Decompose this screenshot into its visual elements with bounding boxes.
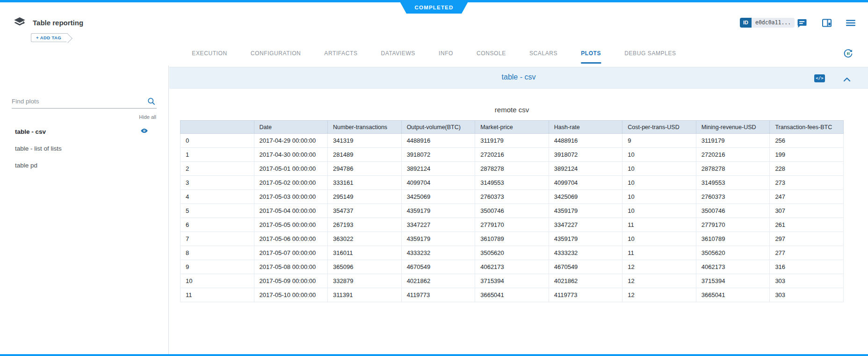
- table-cell: 2017-05-05 00:00:00: [254, 218, 328, 232]
- auto-refresh-icon[interactable]: [843, 48, 854, 59]
- table-cell: 332879: [328, 274, 402, 288]
- table-cell: 2017-05-04 00:00:00: [254, 204, 328, 218]
- tab-debug-samples[interactable]: DEBUG SAMPLES: [624, 44, 676, 64]
- tab-dataviews[interactable]: DATAVIEWS: [381, 44, 415, 64]
- plot-item-label: table - csv: [15, 128, 46, 135]
- table-cell: 10: [622, 190, 696, 204]
- table-cell: 2779170: [696, 218, 770, 232]
- table-cell: 2760373: [475, 190, 549, 204]
- table-cell: 2017-05-01 00:00:00: [254, 162, 328, 176]
- table-column-header: Mining-revenue-USD: [696, 121, 770, 134]
- search-icon[interactable]: [147, 97, 156, 106]
- tab-execution[interactable]: EXECUTION: [192, 44, 227, 64]
- table-cell: 4488916: [549, 134, 622, 148]
- table-cell: 3918072: [401, 148, 475, 162]
- tab-configuration[interactable]: CONFIGURATION: [251, 44, 301, 64]
- table-cell: 4062173: [475, 260, 549, 274]
- table-cell: 303: [770, 274, 844, 288]
- tab-artifacts[interactable]: ARTIFACTS: [324, 44, 357, 64]
- table-cell: 2017-05-07 00:00:00: [254, 246, 328, 260]
- table-cell: 316011: [328, 246, 402, 260]
- table-cell: 4488916: [401, 134, 475, 148]
- table-row: 02017-04-29 00:00:0034131944889163119179…: [181, 134, 844, 148]
- table-cell: 12: [622, 288, 696, 302]
- table-cell: 365096: [328, 260, 402, 274]
- tab-scalars[interactable]: SCALARS: [529, 44, 557, 64]
- menu-icon[interactable]: [845, 17, 856, 29]
- table-cell: 10: [181, 274, 254, 288]
- table-cell: 4119773: [549, 288, 622, 302]
- table-cell: 267193: [328, 218, 402, 232]
- table-column-header: Date: [254, 121, 328, 134]
- table-column-header: Output-volume(BTC): [401, 121, 475, 134]
- table-cell: 281489: [328, 148, 402, 162]
- table-cell: 311391: [328, 288, 402, 302]
- table-cell: 10: [622, 176, 696, 190]
- table-cell: 228: [770, 162, 844, 176]
- id-value: e0dc0a11...: [752, 18, 795, 28]
- table-row: 22017-05-01 00:00:0029478638921242878278…: [181, 162, 844, 176]
- table-cell: 4: [181, 190, 254, 204]
- table-cell: 4359179: [401, 232, 475, 246]
- table-cell: 3149553: [696, 176, 770, 190]
- table-cell: 9: [181, 260, 254, 274]
- table-cell: 2017-05-08 00:00:00: [254, 260, 328, 274]
- table-cell: 4670549: [549, 260, 622, 274]
- table-cell: 273: [770, 176, 844, 190]
- table-row: 112017-05-10 00:00:003113914119773366504…: [181, 288, 844, 302]
- find-plots-field: [12, 95, 157, 109]
- table-cell: 12: [622, 260, 696, 274]
- find-plots-input[interactable]: [12, 95, 142, 107]
- table-row: 32017-05-02 00:00:0033316140997043149553…: [181, 176, 844, 190]
- plot-list-item[interactable]: table - list of lists: [12, 140, 148, 157]
- table-cell: 2017-05-10 00:00:00: [254, 288, 328, 302]
- embed-code-icon[interactable]: </>: [814, 74, 825, 82]
- table-cell: 3119179: [475, 134, 549, 148]
- app-window: COMPLETED Table reporting + ADD TAG ID e…: [0, 0, 868, 356]
- table-cell: 3505620: [475, 246, 549, 260]
- table-cell: 354737: [328, 204, 402, 218]
- table-row: 62017-05-05 00:00:0026719333472272779170…: [181, 218, 844, 232]
- table-cell: 3347227: [549, 218, 622, 232]
- hide-all-link[interactable]: Hide all: [139, 114, 156, 120]
- table-cell: 2779170: [475, 218, 549, 232]
- table-cell: 10: [622, 162, 696, 176]
- plot-list: table - csvtable - list of liststable pd: [12, 123, 148, 174]
- table-cell: 3665041: [475, 288, 549, 302]
- table-cell: 4670549: [401, 260, 475, 274]
- plot-list-item[interactable]: table pd: [12, 157, 148, 174]
- table-cell: 3610789: [475, 232, 549, 246]
- comments-icon[interactable]: [796, 17, 807, 29]
- table-row: 42017-05-03 00:00:0029514934250692760373…: [181, 190, 844, 204]
- table-cell: 199: [770, 148, 844, 162]
- table-cell: 294786: [328, 162, 402, 176]
- table-cell: 7: [181, 232, 254, 246]
- details-layout-icon[interactable]: [821, 17, 832, 29]
- experiment-id-badge[interactable]: ID e0dc0a11...: [740, 18, 795, 28]
- table-cell: 3149553: [475, 176, 549, 190]
- add-tag-button[interactable]: + ADD TAG: [31, 33, 68, 42]
- table-cell: 277: [770, 246, 844, 260]
- eye-icon[interactable]: [140, 127, 148, 136]
- table-cell: 8: [181, 246, 254, 260]
- plot-list-item[interactable]: table - csv: [12, 123, 148, 140]
- collapse-panel-icon[interactable]: [843, 75, 851, 81]
- table-cell: 4359179: [549, 232, 622, 246]
- table-cell: 2: [181, 162, 254, 176]
- table-column-header: [181, 121, 254, 134]
- table-row: 72017-05-06 00:00:0036302243591793610789…: [181, 232, 844, 246]
- tab-plots[interactable]: PLOTS: [581, 44, 601, 64]
- table-column-header: Market-price: [475, 121, 549, 134]
- table-header: DateNumber-transactionsOutput-volume(BTC…: [181, 121, 844, 134]
- table-column-header: Transaction-fees-BTC: [770, 121, 844, 134]
- table-cell: 303: [770, 288, 844, 302]
- table-cell: 3505620: [696, 246, 770, 260]
- tab-info[interactable]: INFO: [439, 44, 453, 64]
- table-column-header: Cost-per-trans-USD: [622, 121, 696, 134]
- tab-console[interactable]: CONSOLE: [477, 44, 506, 64]
- chart-title: remote csv: [180, 106, 844, 114]
- plot-panel-title[interactable]: table - csv: [169, 73, 868, 81]
- table-cell: 3500746: [696, 204, 770, 218]
- table-cell: 4099704: [549, 176, 622, 190]
- table-cell: 10: [622, 148, 696, 162]
